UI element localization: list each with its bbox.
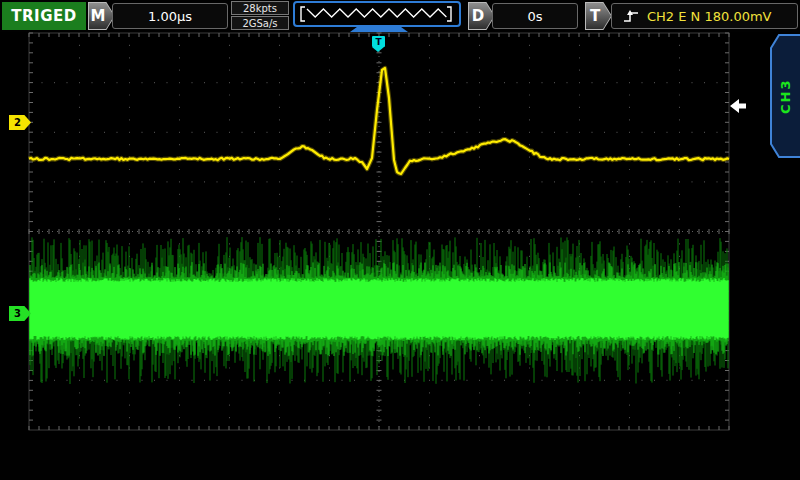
trigger-level-arrow[interactable] <box>730 99 747 113</box>
trigger-source-level: CH2 E N 180.00mV <box>647 9 772 24</box>
trigger-position-marker-tail <box>372 47 384 52</box>
delay-chevron[interactable]: D <box>468 2 495 30</box>
oscilloscope-screen: TRIGED M 1.00µs 28kpts 2GSa/s D 0s T CH2… <box>0 0 800 480</box>
preview-zoom-window-indicator[interactable] <box>350 27 408 32</box>
memory-depth-badge: 28kpts <box>231 1 289 15</box>
tab-ch3[interactable]: CH3 <box>770 34 800 158</box>
bottom-channel-bar: 1 OFF 2 500mV 1.000X 3 <box>0 440 800 480</box>
delay-label: D <box>469 3 494 29</box>
timebase-chevron[interactable]: M <box>88 2 115 30</box>
top-status-bar: TRIGED M 1.00µs 28kpts 2GSa/s D 0s T CH2… <box>0 0 800 32</box>
sample-rate-badge: 2GSa/s <box>231 16 289 30</box>
trigger-status-badge: TRIGED <box>2 2 86 30</box>
waveform-preview[interactable] <box>293 1 461 27</box>
timebase-label: M <box>89 3 114 29</box>
delay-value-box[interactable]: 0s <box>492 3 578 29</box>
ch3-tab-label: CH3 <box>770 34 800 158</box>
timebase-value-box[interactable]: 1.00µs <box>112 3 228 29</box>
rising-edge-icon <box>622 9 640 24</box>
trigger-chevron[interactable]: T <box>585 2 612 30</box>
graticule-and-waveforms <box>0 0 800 480</box>
trigger-settings-box[interactable]: CH2 E N 180.00mV <box>611 3 798 29</box>
trigger-label: T <box>586 3 611 29</box>
waveform-preview-icon <box>295 3 459 25</box>
trigger-position-marker[interactable]: T <box>372 36 385 47</box>
